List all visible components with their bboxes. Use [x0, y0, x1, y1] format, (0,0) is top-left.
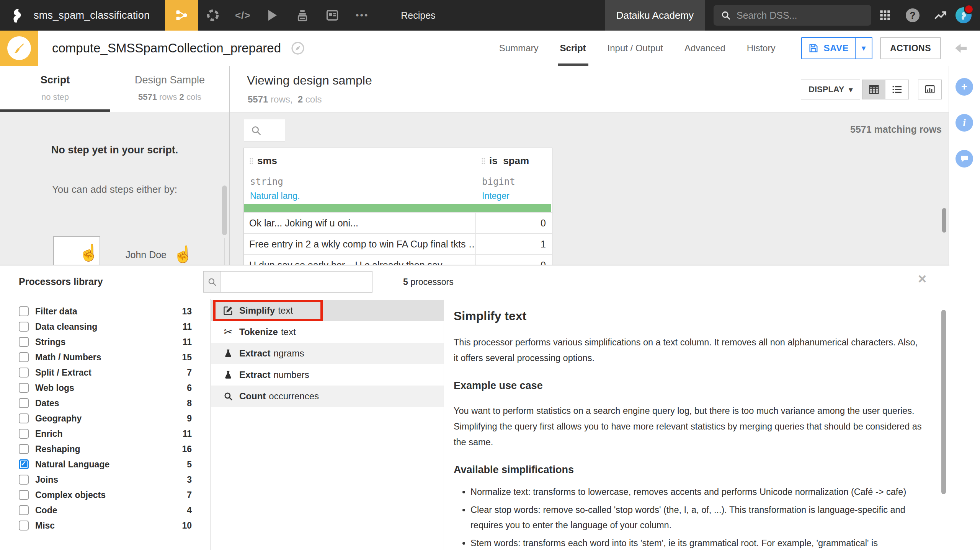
cell-sms[interactable]: Free entry in 2 a wkly comp to win FA Cu…	[244, 234, 476, 254]
global-search[interactable]: Search DSS...	[714, 5, 871, 26]
category-row[interactable]: Data cleansing 11	[0, 319, 210, 334]
recipe-tab[interactable]: Input / Output	[608, 31, 663, 66]
tab-design-sample-label: Design Sample	[110, 74, 229, 86]
category-row[interactable]: Joins 3	[0, 472, 210, 487]
project-name[interactable]: sms_spam_classification	[34, 10, 150, 21]
category-row[interactable]: Filter data 13	[0, 304, 210, 319]
chat-button[interactable]	[956, 150, 973, 168]
processor-item[interactable]: Count occurrences	[211, 386, 444, 407]
nav-dashboards[interactable]	[317, 0, 347, 31]
processors-search-input[interactable]	[220, 271, 372, 293]
collapse-panel-button[interactable]	[954, 41, 969, 55]
recipe-tab[interactable]: Advanced	[684, 31, 725, 66]
checkbox[interactable]	[19, 413, 29, 423]
flask-icon	[222, 348, 234, 358]
help-button[interactable]	[899, 8, 926, 22]
recipe-content: Script no step Design Sample 5571 rows 2…	[0, 66, 980, 265]
category-row[interactable]: Web logs 6	[0, 380, 210, 395]
category-row[interactable]: Math / Numbers 15	[0, 350, 210, 365]
actions-button[interactable]: ACTIONS	[880, 37, 941, 59]
save-button[interactable]: SAVE	[801, 37, 872, 59]
cell-sms[interactable]: Ok lar... Joking wif u oni...	[244, 213, 476, 233]
column-meaning-link[interactable]: Integer	[482, 191, 510, 201]
detail-scrollbar[interactable]	[941, 310, 946, 494]
analyze-chart-button[interactable]	[918, 80, 942, 99]
processor-item[interactable]: Simplify text	[211, 300, 444, 321]
checkbox[interactable]	[19, 444, 29, 454]
category-row[interactable]: Reshaping 16	[0, 441, 210, 457]
recipe-tab[interactable]: Summary	[499, 31, 539, 66]
navigator-button[interactable]	[290, 41, 305, 56]
checkbox[interactable]	[19, 521, 29, 530]
dataiku-logo[interactable]	[0, 0, 34, 31]
table-scrollbar[interactable]	[942, 208, 946, 233]
environment-label[interactable]: Dataiku Academy	[605, 0, 705, 31]
table-view-button[interactable]	[862, 80, 885, 99]
checkbox[interactable]	[19, 490, 29, 500]
nav-more[interactable]	[347, 0, 377, 31]
add-button[interactable]	[956, 78, 973, 96]
nav-flow[interactable]	[165, 0, 198, 31]
cell-sms[interactable]: U dun say so early hor... U c already th…	[244, 255, 476, 265]
checkbox[interactable]	[19, 306, 29, 316]
checkbox[interactable]	[19, 505, 29, 515]
category-row[interactable]: Enrich 11	[0, 426, 210, 441]
column-header[interactable]: sms string Natural lang.	[244, 148, 476, 212]
checkbox[interactable]	[19, 368, 29, 378]
scissors-icon	[222, 326, 234, 338]
table-row[interactable]: U dun say so early hor... U c already th…	[244, 254, 552, 265]
chart-icon	[924, 83, 936, 96]
category-row[interactable]: Geography 9	[0, 411, 210, 426]
category-row[interactable]: Code 4	[0, 503, 210, 518]
script-panel-scrollbar[interactable]	[222, 186, 227, 235]
recipe-tab[interactable]: History	[747, 31, 776, 66]
cell-is-spam[interactable]: 0	[476, 213, 551, 233]
category-row[interactable]: Dates 8	[0, 395, 210, 411]
info-button[interactable]	[956, 114, 973, 132]
cell-is-spam[interactable]: 1	[476, 234, 551, 254]
cell-is-spam[interactable]: 0	[476, 255, 551, 265]
checkbox[interactable]	[19, 383, 29, 393]
checkbox[interactable]	[19, 337, 29, 347]
category-label: Complex objects	[35, 490, 106, 500]
column-name[interactable]: sms	[249, 155, 277, 167]
nav-lab[interactable]	[198, 0, 228, 31]
checkbox[interactable]	[19, 459, 29, 469]
display-dropdown[interactable]: DISPLAY	[801, 80, 860, 99]
category-row[interactable]: Strings 11	[0, 334, 210, 350]
close-panel-button[interactable]	[918, 272, 926, 286]
tab-script[interactable]: Script no step	[0, 66, 110, 112]
checkbox[interactable]	[19, 475, 29, 485]
category-row[interactable]: Misc 10	[0, 518, 210, 533]
category-row[interactable]: Natural Language 5	[0, 457, 210, 472]
table-row[interactable]: Ok lar... Joking wif u oni... 0	[244, 212, 552, 233]
recipe-tab[interactable]: Script	[560, 31, 586, 66]
category-row[interactable]: Split / Extract 7	[0, 365, 210, 380]
column-meaning-link[interactable]: Natural lang.	[250, 191, 300, 201]
table-search-box[interactable]	[244, 119, 285, 142]
table-row[interactable]: Free entry in 2 a wkly comp to win FA Cu…	[244, 233, 552, 254]
search-icon	[207, 277, 217, 287]
save-label: SAVE	[823, 43, 849, 54]
processor-item[interactable]: Extract ngrams	[211, 343, 444, 364]
user-avatar[interactable]	[956, 7, 972, 23]
checkbox[interactable]	[19, 352, 29, 362]
processor-item[interactable]: Extract numbers	[211, 364, 444, 386]
list-view-button[interactable]	[885, 80, 908, 99]
save-main[interactable]: SAVE	[802, 43, 855, 54]
checkbox[interactable]	[19, 398, 29, 408]
apps-button[interactable]	[871, 9, 899, 22]
nav-jobs[interactable]	[258, 0, 287, 31]
monitoring-button[interactable]	[926, 8, 954, 22]
column-name[interactable]: is_spam	[481, 155, 529, 167]
nav-stack[interactable]	[287, 0, 317, 31]
tab-design-sample[interactable]: Design Sample 5571 rows 2 cols	[110, 66, 229, 112]
category-row[interactable]: Complex objects 7	[0, 487, 210, 503]
checkbox[interactable]	[19, 322, 29, 332]
nav-notebooks[interactable]	[228, 0, 258, 31]
column-header[interactable]: is_spam bigint Integer	[476, 148, 551, 212]
save-dropdown-button[interactable]	[855, 38, 872, 59]
category-label: Misc	[35, 521, 55, 531]
checkbox[interactable]	[19, 429, 29, 439]
processor-item[interactable]: Tokenize text	[211, 321, 444, 343]
